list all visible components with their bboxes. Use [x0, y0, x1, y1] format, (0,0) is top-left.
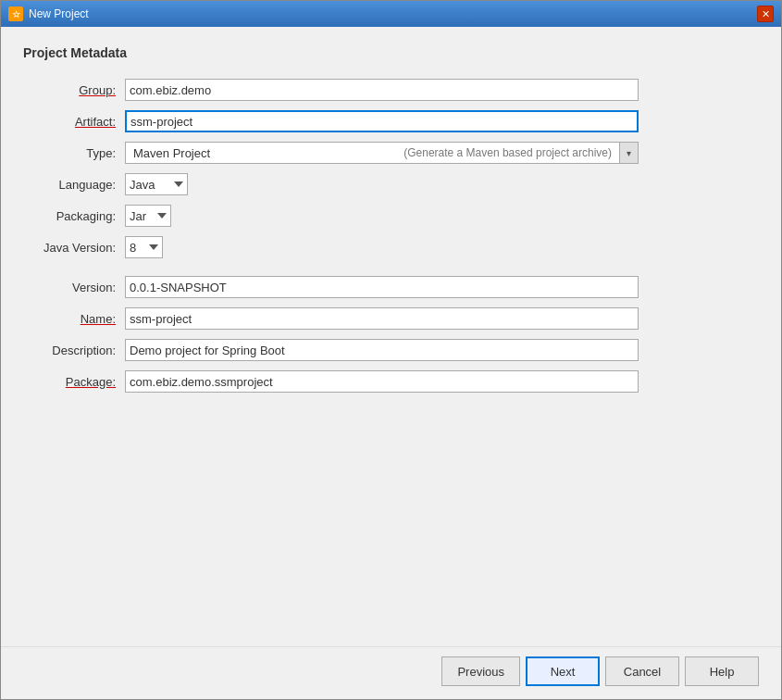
group-label: Group: [23, 83, 125, 97]
artifact-row: Artifact: [23, 110, 759, 132]
window-title: New Project [29, 7, 89, 20]
next-button[interactable]: Next [526, 656, 600, 686]
type-value: Maven Project [133, 146, 210, 160]
type-dropdown-arrow[interactable]: ▾ [620, 142, 639, 164]
group-row: Group: [23, 79, 759, 101]
artifact-input[interactable] [125, 110, 639, 132]
package-input[interactable] [125, 370, 639, 393]
version-row: Version: [23, 276, 759, 298]
version-input[interactable] [125, 276, 639, 298]
group-input[interactable] [125, 79, 639, 101]
description-label: Description: [23, 344, 125, 357]
java-version-select[interactable]: 8 11 17 21 [125, 236, 163, 258]
description-input[interactable] [125, 339, 639, 361]
artifact-label: Artifact: [23, 115, 125, 129]
package-label: Package: [23, 375, 125, 389]
help-button[interactable]: Help [685, 656, 759, 686]
form-content: Project Metadata Group: Artifact: Type: … [1, 27, 781, 646]
title-bar: ☆ New Project ✕ [1, 1, 781, 27]
type-row: Type: Maven Project (Generate a Maven ba… [23, 142, 759, 164]
new-project-window: ☆ New Project ✕ Project Metadata Group: … [0, 0, 782, 700]
type-desc: (Generate a Maven based project archive) [403, 146, 612, 159]
language-row: Language: Java Kotlin Groovy [23, 173, 759, 195]
type-select-container[interactable]: Maven Project (Generate a Maven based pr… [125, 142, 639, 164]
name-input[interactable] [125, 307, 639, 330]
version-label: Version: [23, 281, 125, 294]
language-select[interactable]: Java Kotlin Groovy [125, 173, 188, 195]
packaging-select[interactable]: Jar War [125, 205, 171, 227]
package-row: Package: [23, 370, 759, 393]
language-label: Language: [23, 178, 125, 192]
type-display[interactable]: Maven Project (Generate a Maven based pr… [125, 142, 620, 164]
close-button[interactable]: ✕ [757, 6, 774, 22]
footer: Previous Next Cancel Help [1, 646, 781, 699]
section-title: Project Metadata [23, 45, 759, 64]
java-version-label: Java Version: [23, 241, 125, 255]
packaging-row: Packaging: Jar War [23, 205, 759, 227]
type-label: Type: [23, 146, 125, 160]
java-version-row: Java Version: 8 11 17 21 [23, 236, 759, 258]
name-label: Name: [23, 312, 125, 326]
cancel-button[interactable]: Cancel [605, 656, 679, 686]
description-row: Description: [23, 339, 759, 361]
window-icon: ☆ [8, 6, 23, 21]
previous-button[interactable]: Previous [441, 656, 520, 686]
name-row: Name: [23, 307, 759, 330]
packaging-label: Packaging: [23, 209, 125, 223]
